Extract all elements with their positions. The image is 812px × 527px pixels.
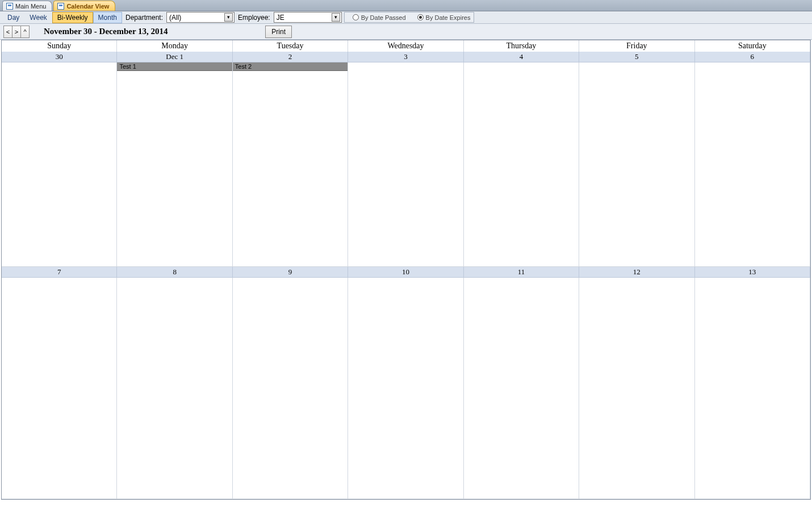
day-header: Friday bbox=[579, 40, 694, 52]
nav-row: < > ^ November 30 - December 13, 2014 Pr… bbox=[0, 24, 812, 40]
view-day-button[interactable]: Day bbox=[2, 12, 24, 23]
week1-body: Test 1 Test 2 bbox=[2, 62, 810, 267]
day-header: Tuesday bbox=[233, 40, 348, 52]
date-cell[interactable]: 30 bbox=[2, 52, 117, 62]
day-header: Monday bbox=[117, 40, 232, 52]
view-biweekly-button[interactable]: Bi-Weekly bbox=[52, 12, 93, 23]
form-icon bbox=[57, 3, 64, 10]
next-button[interactable]: > bbox=[12, 26, 21, 38]
prev-button[interactable]: < bbox=[3, 26, 12, 38]
chevron-down-icon: ▾ bbox=[332, 13, 340, 22]
week1-dates: 30 Dec 1 2 3 4 5 6 bbox=[2, 52, 810, 62]
calendar-cell[interactable] bbox=[233, 278, 348, 499]
radio-expires-label: By Date Expires bbox=[426, 14, 471, 21]
date-cell[interactable]: 11 bbox=[464, 267, 579, 278]
calendar-cell[interactable] bbox=[348, 62, 463, 267]
date-filter-group: By Date Passed By Date Expires bbox=[344, 12, 475, 23]
calendar-cell[interactable] bbox=[695, 62, 810, 267]
toolbar: Day Week Bi-Weekly Month Department: (Al… bbox=[0, 11, 812, 24]
radio-passed-label: By Date Passed bbox=[361, 14, 406, 21]
department-select[interactable]: (All) ▾ bbox=[166, 12, 235, 23]
date-cell[interactable]: Dec 1 bbox=[117, 52, 232, 62]
calendar-cell[interactable] bbox=[695, 278, 810, 499]
view-week-button[interactable]: Week bbox=[24, 12, 52, 23]
date-range-label: November 30 - December 13, 2014 bbox=[44, 27, 168, 36]
date-cell[interactable]: 13 bbox=[695, 267, 810, 278]
calendar-cell[interactable] bbox=[579, 62, 694, 267]
tab-calendar-view[interactable]: Calendar View bbox=[53, 1, 115, 11]
print-button[interactable]: Print bbox=[265, 26, 292, 38]
date-cell[interactable]: 6 bbox=[695, 52, 810, 62]
radio-by-date-passed[interactable]: By Date Passed bbox=[348, 14, 406, 21]
day-header: Sunday bbox=[2, 40, 117, 52]
employee-select[interactable]: JE ▾ bbox=[274, 12, 342, 23]
date-cell[interactable]: 9 bbox=[233, 267, 348, 278]
employee-label: Employee: bbox=[235, 12, 274, 23]
date-cell[interactable]: 2 bbox=[233, 52, 348, 62]
radio-icon bbox=[353, 14, 359, 20]
date-cell[interactable]: 3 bbox=[348, 52, 463, 62]
view-month-button[interactable]: Month bbox=[93, 12, 122, 23]
department-label: Department: bbox=[122, 12, 166, 23]
day-headers: Sunday Monday Tuesday Wednesday Thursday… bbox=[2, 40, 810, 52]
tab-main-menu-label: Main Menu bbox=[15, 3, 46, 10]
calendar: Sunday Monday Tuesday Wednesday Thursday… bbox=[1, 40, 811, 500]
chevron-down-icon: ▾ bbox=[224, 13, 233, 22]
week2-dates: 7 8 9 10 11 12 13 bbox=[2, 267, 810, 278]
date-cell[interactable]: 8 bbox=[117, 267, 232, 278]
tab-calendar-view-label: Calendar View bbox=[66, 3, 109, 10]
radio-by-date-expires[interactable]: By Date Expires bbox=[413, 14, 471, 21]
tab-main-menu[interactable]: Main Menu bbox=[2, 1, 52, 11]
calendar-cell[interactable] bbox=[2, 278, 117, 499]
day-header: Saturday bbox=[695, 40, 810, 52]
date-cell[interactable]: 12 bbox=[579, 267, 694, 278]
calendar-cell[interactable] bbox=[464, 278, 579, 499]
department-value: (All) bbox=[169, 14, 181, 22]
date-cell[interactable]: 7 bbox=[2, 267, 117, 278]
calendar-cell[interactable] bbox=[117, 278, 232, 499]
calendar-cell[interactable]: Test 2 bbox=[233, 62, 348, 267]
day-header: Thursday bbox=[464, 40, 579, 52]
up-button[interactable]: ^ bbox=[20, 26, 30, 38]
radio-icon bbox=[417, 14, 424, 20]
employee-value: JE bbox=[277, 14, 284, 22]
tabset: Main Menu Calendar View bbox=[0, 0, 812, 11]
form-icon bbox=[6, 3, 13, 10]
calendar-cell[interactable] bbox=[464, 62, 579, 267]
date-cell[interactable]: 5 bbox=[579, 52, 694, 62]
calendar-cell[interactable]: Test 1 bbox=[117, 62, 232, 267]
week2-body bbox=[2, 278, 810, 499]
date-cell[interactable]: 4 bbox=[464, 52, 579, 62]
day-header: Wednesday bbox=[348, 40, 463, 52]
calendar-cell[interactable] bbox=[2, 62, 117, 267]
calendar-cell[interactable] bbox=[348, 278, 463, 499]
date-cell[interactable]: 10 bbox=[348, 267, 463, 278]
event-item[interactable]: Test 1 bbox=[117, 62, 232, 71]
calendar-cell[interactable] bbox=[579, 278, 694, 499]
event-item[interactable]: Test 2 bbox=[233, 62, 348, 71]
